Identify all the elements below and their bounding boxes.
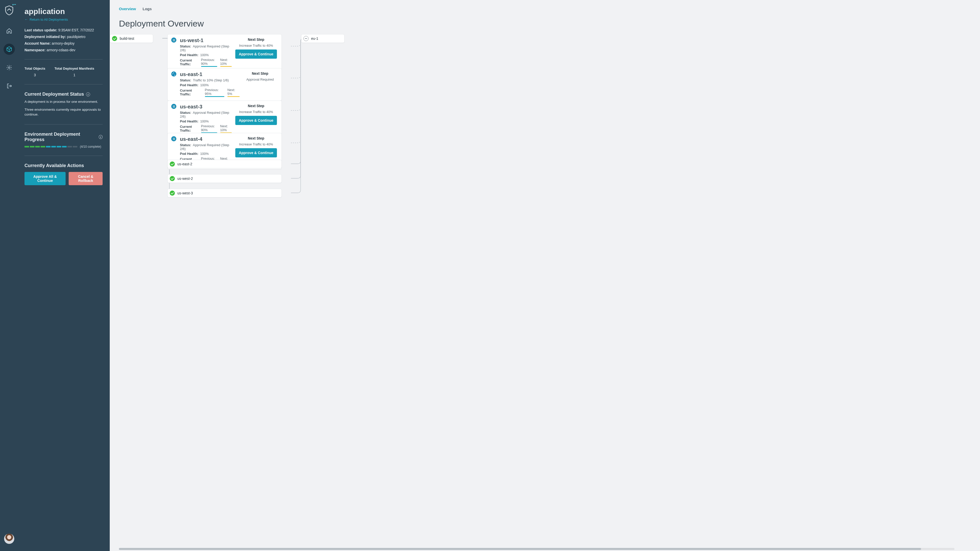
- pause-icon: [171, 38, 177, 43]
- cube-icon: [6, 46, 12, 52]
- account-value: armory-deploy: [52, 41, 75, 45]
- logout-icon: [6, 83, 12, 89]
- namespace-value: armory-cdaas-dev: [46, 48, 75, 52]
- status-line-1: A deployment is in process for one envir…: [24, 100, 103, 104]
- page-heading: Deployment Overview: [119, 19, 971, 29]
- total-manifests-value: 1: [54, 73, 94, 77]
- approve-continue-button[interactable]: Approve & Continue: [235, 49, 277, 59]
- next-step-label: Next Step: [252, 71, 269, 76]
- env-pill-label: us-east-2: [177, 162, 192, 166]
- progress-label: (4/10 complete): [80, 145, 101, 148]
- env-card-us-east-3[interactable]: us-east-3 Status: Approval Required (Ste…: [167, 100, 282, 137]
- next-step-desc: Increase Traffic to 40%: [239, 44, 273, 48]
- check-icon: [170, 162, 175, 167]
- approve-all-button[interactable]: Approve All & Continue: [24, 172, 65, 185]
- initiated-by-label: Deployment initiated by:: [24, 35, 66, 39]
- progress-section-title: Environment Deployment Progress: [24, 132, 97, 142]
- env-pill-us-west-2[interactable]: us-west-2: [167, 174, 282, 183]
- initiated-by-value: pauldipietro: [67, 35, 85, 39]
- last-status-value: 9:35AM EST, 7/7/2022: [58, 28, 94, 32]
- env-pill-us-west-3[interactable]: us-west-3: [167, 189, 282, 197]
- deployment-canvas[interactable]: build-test us-west-1 Status: Approval Re…: [110, 32, 980, 551]
- namespace-label: Namespace:: [24, 48, 46, 52]
- next-step-label: Next Step: [248, 38, 264, 41]
- tab-logs[interactable]: Logs: [143, 6, 152, 12]
- check-icon: [112, 36, 117, 41]
- build-node-label: build-test: [120, 37, 134, 41]
- tabs: Overview Logs: [110, 0, 980, 12]
- node-eu-1[interactable]: eu-1: [301, 34, 345, 43]
- next-step-desc: Increase Traffic to 40%: [239, 110, 273, 114]
- env-name: us-east-1: [180, 71, 240, 77]
- status-line-2: Three environments currently require app…: [24, 107, 103, 117]
- info-icon[interactable]: i: [86, 92, 90, 97]
- user-avatar[interactable]: [4, 534, 14, 544]
- cancel-rollback-button[interactable]: Cancel & Rollback: [68, 172, 103, 185]
- pause-icon: [171, 136, 177, 141]
- env-name: us-east-4: [180, 136, 232, 142]
- nav-home[interactable]: [3, 25, 15, 37]
- env-pill-label: us-west-3: [177, 191, 193, 195]
- tab-overview[interactable]: Overview: [119, 6, 136, 12]
- env-pill-label: us-west-2: [177, 176, 193, 181]
- total-manifests-label: Total Deployed Manifests: [54, 67, 94, 70]
- scrollbar-thumb[interactable]: [119, 548, 921, 550]
- next-step-label: Next Step: [248, 104, 264, 108]
- nav-deployments[interactable]: [3, 44, 15, 55]
- check-icon: [170, 191, 175, 196]
- env-name: us-east-3: [180, 104, 232, 110]
- gear-icon: [6, 65, 12, 71]
- horizontal-scrollbar[interactable]: [119, 548, 955, 550]
- nav-rail: [0, 0, 18, 551]
- env-card-us-east-1[interactable]: us-east-1 Status: Traffic to 10% (Step 1…: [167, 68, 282, 101]
- approve-continue-button[interactable]: Approve & Continue: [235, 116, 277, 125]
- total-objects-label: Total Objects: [24, 67, 45, 70]
- details-sidebar: application Return to All Deployments La…: [18, 0, 110, 551]
- svg-point-0: [8, 67, 10, 68]
- nav-settings[interactable]: [3, 62, 15, 73]
- next-step-desc: Increase Traffic to 40%: [239, 142, 273, 146]
- env-card-us-west-1[interactable]: us-west-1 Status: Approval Required (Ste…: [167, 34, 282, 71]
- nav-logout[interactable]: [3, 80, 15, 92]
- brand-logo: [5, 5, 14, 16]
- env-name: us-west-1: [180, 38, 232, 43]
- eu-node-label: eu-1: [311, 37, 318, 41]
- env-pill-us-east-2[interactable]: us-east-2: [167, 160, 282, 168]
- work-icon: [171, 71, 177, 76]
- approve-continue-button[interactable]: Approve & Continue: [235, 148, 277, 157]
- back-link[interactable]: Return to All Deployments: [24, 17, 103, 21]
- info-icon[interactable]: i: [99, 135, 103, 139]
- dash-icon: [304, 36, 309, 41]
- app-title: application: [24, 7, 103, 16]
- home-icon: [6, 28, 12, 34]
- next-step-desc: Approval Required: [246, 78, 274, 81]
- pause-icon: [171, 104, 177, 109]
- account-label: Account Name:: [24, 41, 51, 45]
- total-objects-value: 3: [24, 73, 45, 77]
- progress-bar: [24, 146, 77, 148]
- last-status-label: Last status update:: [24, 28, 57, 32]
- actions-section-title: Currently Available Actions: [24, 163, 103, 168]
- next-step-label: Next Step: [248, 136, 264, 140]
- check-icon: [170, 176, 175, 181]
- node-build-test[interactable]: build-test: [110, 34, 153, 43]
- status-section-title: Current Deployment Status: [24, 92, 84, 97]
